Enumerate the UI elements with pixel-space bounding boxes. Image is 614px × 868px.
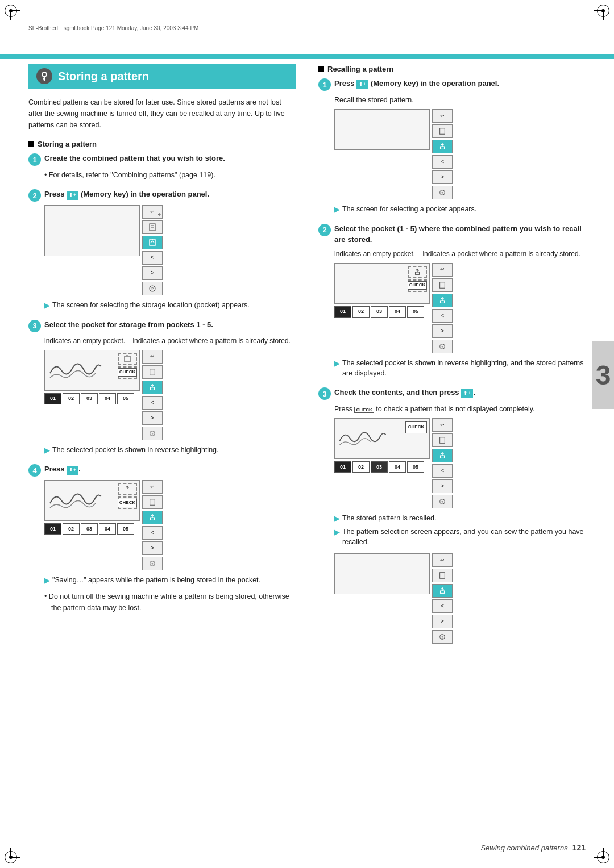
sb-btn-mem-s3 xyxy=(142,381,163,394)
arrow-text-s3: ▶ The selected pocket is shown in revers… xyxy=(44,445,296,456)
screen-box-s3: CHECK xyxy=(44,350,140,391)
step-2-left: 2 Press ⬆+ (Memory key) in the operation… xyxy=(28,189,296,311)
step-1-heading: Create the combined pattern that you wis… xyxy=(44,153,225,164)
bullet-square xyxy=(28,141,34,147)
arrow-text-r3b: ▶ The pattern selection screen appears, … xyxy=(334,527,586,548)
screen-box-r2: CHECK xyxy=(334,263,430,304)
svg-rect-9 xyxy=(150,369,155,375)
pocket-5: 05 xyxy=(117,393,134,404)
arrow-label-r3b: The pattern selection screen appears, an… xyxy=(342,527,586,548)
svg-rect-21 xyxy=(416,272,420,274)
section-title-icon xyxy=(36,68,52,84)
arrow-label-r2: The selected pocket is shown in reverse … xyxy=(342,358,586,379)
sb-btn-l-s4: < xyxy=(142,526,163,540)
check-label-r3-inline: CHECK xyxy=(354,407,374,413)
svg-text:2: 2 xyxy=(151,286,154,291)
pocket-s4-3: 03 xyxy=(81,523,98,535)
sb-btn-back: ↩ ⬙ xyxy=(142,205,163,219)
dashed-indicator-s4-1 xyxy=(118,483,137,495)
step-num-2: 2 xyxy=(28,189,41,202)
sidebar-buttons-s3: ↩ < > 2 xyxy=(142,350,163,440)
arrow-icon-r3b: ▶ xyxy=(334,527,340,538)
screen-diagram-s2: ↩ ⬙ < > 2 xyxy=(44,205,296,295)
sb-btn-r-r1: > xyxy=(432,170,453,184)
step-num-3: 3 xyxy=(28,320,41,332)
subsection-title-recall: Recalling a pattern xyxy=(327,65,393,73)
dashed-indicator-s4-2: CHECK xyxy=(118,496,137,509)
arrow-text-r3a: ▶ The stored pattern is recalled. xyxy=(334,513,586,524)
reg-mark-br xyxy=(597,851,609,863)
sb-btn-back-final: ↩ xyxy=(432,553,453,567)
reg-mark-tl xyxy=(5,5,17,17)
pocket-s4-5: 05 xyxy=(117,523,134,535)
pocket-r2-4: 04 xyxy=(389,306,406,318)
sb-btn-r-r3: > xyxy=(432,479,453,493)
sb-btn-mem-final xyxy=(432,584,453,598)
sb-btn-back-r2: ↩ xyxy=(432,263,453,277)
sb-btn-p-s4: 2 xyxy=(142,557,163,570)
sb-btn-mem-r3 xyxy=(432,449,453,462)
sb-btn-mem-s4 xyxy=(142,511,163,524)
footer-text: Sewing combined patterns xyxy=(480,844,567,852)
step-num-r2: 2 xyxy=(318,224,331,236)
step-2-right: 2 Select the pocket (1 - 5) where the co… xyxy=(318,223,586,379)
sb-btn-l-final: < xyxy=(432,599,453,613)
dashed-indicator-2: CHECK xyxy=(118,366,137,379)
teal-accent-bar xyxy=(0,54,614,59)
svg-rect-8 xyxy=(125,356,130,362)
pocket-s4-4: 04 xyxy=(99,523,116,535)
step-3-left: 3 Select the pocket for storage from poc… xyxy=(28,319,296,456)
sb-btn-p-r1: 2 xyxy=(432,186,453,199)
pocket-bar-r3: 01 02 03 04 05 xyxy=(334,461,430,473)
arrow-label-r1: The screen for selecting a pocket appear… xyxy=(342,204,476,215)
screen-box-s4: CHECK xyxy=(44,480,140,521)
subsection-header-recall: Recalling a pattern xyxy=(318,65,586,73)
reg-mark-bl xyxy=(5,851,17,863)
step-num-1: 1 xyxy=(28,153,41,166)
pocket-1: 01 xyxy=(44,393,61,404)
step-r1-body: Recall the stored pattern. xyxy=(334,94,586,106)
arrow-text-r1: ▶ The screen for selecting a pocket appe… xyxy=(334,204,586,215)
step-r3-heading: Check the contents, and then press ⬆+. xyxy=(334,387,475,398)
sb-btn-p-final: 2 xyxy=(432,630,453,644)
pocket-s4-1: 01 xyxy=(44,523,61,535)
svg-rect-10 xyxy=(151,387,155,390)
step-r1-heading: Press ⬆+ (Memory key) in the operation p… xyxy=(334,78,499,89)
memory-key-icon-s4: ⬆+ xyxy=(67,466,78,475)
section-title-box: Storing a pattern xyxy=(28,64,296,89)
sb-btn-doc xyxy=(142,220,163,234)
svg-rect-13 xyxy=(150,499,155,506)
step-4-note: Do not turn off the sewing machine while… xyxy=(44,591,296,614)
sb-btn-l-r3: < xyxy=(432,464,453,478)
pocket-r3-2: 02 xyxy=(352,461,370,473)
screen-diagram-r2: CHECK 01 02 03 04 05 xyxy=(334,263,586,353)
sidebar-buttons-r2: ↩ < > 2 xyxy=(432,263,453,353)
step-num-r3: 3 xyxy=(318,387,331,400)
sb-btn-back-r3: ↩ xyxy=(432,418,453,432)
svg-text:2: 2 xyxy=(441,636,443,639)
sb-btn-l-r1: < xyxy=(432,155,453,169)
svg-text:2: 2 xyxy=(151,432,154,435)
sb-btn-r-final: > xyxy=(432,615,453,628)
dashed-r2-1 xyxy=(408,266,427,278)
sb-btn-doc-s3 xyxy=(142,365,163,379)
arrow-label-r3a: The stored pattern is recalled. xyxy=(342,513,436,524)
note-filled-r2: indicates a pocket where a pattern is al… xyxy=(422,250,580,258)
svg-rect-18 xyxy=(441,147,445,149)
step-3-note: indicates an empty pocket. indicates a p… xyxy=(44,336,296,347)
check-text-r3: CHECK xyxy=(408,424,424,431)
pocket-r2-2: 02 xyxy=(352,306,370,318)
step-1-right: 1 Press ⬆+ (Memory key) in the operation… xyxy=(318,78,586,215)
section-title-text: Storing a pattern xyxy=(58,70,149,83)
step-1-left: 1 Create the combined pattern that you w… xyxy=(28,153,296,181)
svg-rect-14 xyxy=(151,518,155,520)
screen-diagram-final: ↩ < > 2 xyxy=(334,553,586,644)
pocket-2: 02 xyxy=(63,393,80,404)
sb-btn-back-r1: ↩ xyxy=(432,109,453,123)
screen-diagram-s3: CHECK 01 02 03 04 05 xyxy=(44,350,296,440)
sb-btn-back-s4: ↩ xyxy=(142,480,163,494)
svg-rect-22 xyxy=(440,282,445,288)
note-empty-r2: indicates an empty pocket. xyxy=(334,250,421,258)
dashed-r2-2: CHECK xyxy=(408,279,427,292)
arrow-icon-s4a: ▶ xyxy=(44,575,50,586)
